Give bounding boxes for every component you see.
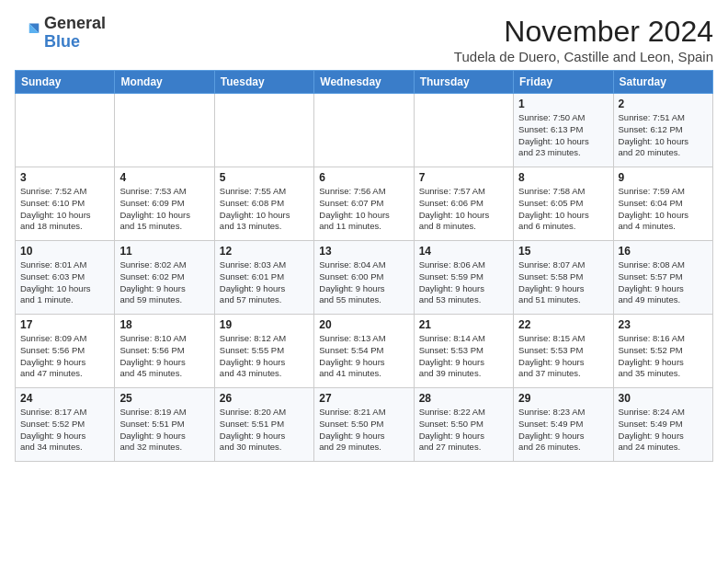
day-info: Sunrise: 8:21 AM Sunset: 5:50 PM Dayligh…: [319, 407, 408, 454]
day-number: 22: [518, 318, 608, 331]
day-number: 26: [220, 392, 309, 405]
calendar-day-cell: 26Sunrise: 8:20 AM Sunset: 5:51 PM Dayli…: [214, 388, 313, 462]
calendar-day-cell: 28Sunrise: 8:22 AM Sunset: 5:50 PM Dayli…: [414, 388, 513, 462]
location-title: Tudela de Duero, Castille and Leon, Spai…: [454, 49, 713, 64]
day-number: 29: [518, 392, 608, 405]
calendar-day-cell: [214, 94, 313, 167]
calendar-day-cell: 8Sunrise: 7:58 AM Sunset: 6:05 PM Daylig…: [514, 167, 613, 241]
calendar-day-cell: 11Sunrise: 8:02 AM Sunset: 6:02 PM Dayli…: [115, 241, 214, 315]
column-header-sunday: Sunday: [16, 71, 115, 94]
calendar-day-cell: 21Sunrise: 8:14 AM Sunset: 5:53 PM Dayli…: [414, 315, 513, 388]
calendar-week-row: 1Sunrise: 7:50 AM Sunset: 6:13 PM Daylig…: [16, 94, 713, 167]
calendar-day-cell: 16Sunrise: 8:08 AM Sunset: 5:57 PM Dayli…: [613, 241, 712, 315]
calendar-day-cell: 25Sunrise: 8:19 AM Sunset: 5:51 PM Dayli…: [115, 388, 214, 462]
day-number: 20: [319, 318, 408, 331]
day-number: 4: [119, 171, 209, 184]
column-header-wednesday: Wednesday: [314, 71, 414, 94]
day-number: 1: [518, 98, 608, 110]
day-number: 11: [119, 245, 209, 258]
day-number: 19: [220, 318, 309, 331]
calendar-day-cell: 17Sunrise: 8:09 AM Sunset: 5:56 PM Dayli…: [16, 315, 115, 388]
day-info: Sunrise: 8:13 AM Sunset: 5:54 PM Dayligh…: [319, 333, 408, 380]
day-number: 2: [619, 98, 708, 110]
calendar-week-row: 17Sunrise: 8:09 AM Sunset: 5:56 PM Dayli…: [16, 315, 713, 388]
day-info: Sunrise: 7:52 AM Sunset: 6:10 PM Dayligh…: [20, 186, 109, 233]
month-title: November 2024: [454, 15, 713, 49]
day-info: Sunrise: 8:06 AM Sunset: 5:59 PM Dayligh…: [419, 259, 508, 306]
calendar-day-cell: 15Sunrise: 8:07 AM Sunset: 5:58 PM Dayli…: [514, 241, 613, 315]
day-info: Sunrise: 8:04 AM Sunset: 6:00 PM Dayligh…: [319, 259, 408, 306]
day-info: Sunrise: 7:58 AM Sunset: 6:05 PM Dayligh…: [518, 186, 608, 233]
day-info: Sunrise: 8:12 AM Sunset: 5:55 PM Dayligh…: [220, 333, 309, 380]
calendar-day-cell: 1Sunrise: 7:50 AM Sunset: 6:13 PM Daylig…: [514, 94, 613, 167]
day-number: 23: [619, 318, 708, 331]
day-info: Sunrise: 7:57 AM Sunset: 6:06 PM Dayligh…: [419, 186, 508, 233]
day-info: Sunrise: 7:55 AM Sunset: 6:08 PM Dayligh…: [220, 186, 309, 233]
day-info: Sunrise: 8:09 AM Sunset: 5:56 PM Dayligh…: [20, 333, 109, 380]
calendar-week-row: 24Sunrise: 8:17 AM Sunset: 5:52 PM Dayli…: [16, 388, 713, 462]
calendar-day-cell: 19Sunrise: 8:12 AM Sunset: 5:55 PM Dayli…: [214, 315, 313, 388]
day-number: 28: [419, 392, 508, 405]
day-info: Sunrise: 8:15 AM Sunset: 5:53 PM Dayligh…: [518, 333, 608, 380]
day-number: 8: [518, 171, 608, 184]
day-number: 7: [419, 171, 508, 184]
day-number: 6: [319, 171, 408, 184]
calendar-day-cell: 13Sunrise: 8:04 AM Sunset: 6:00 PM Dayli…: [314, 241, 414, 315]
calendar-day-cell: 29Sunrise: 8:23 AM Sunset: 5:49 PM Dayli…: [514, 388, 613, 462]
logo-icon: [15, 20, 40, 46]
calendar-day-cell: 5Sunrise: 7:55 AM Sunset: 6:08 PM Daylig…: [214, 167, 313, 241]
calendar-day-cell: 10Sunrise: 8:01 AM Sunset: 6:03 PM Dayli…: [16, 241, 115, 315]
calendar-table: SundayMondayTuesdayWednesdayThursdayFrid…: [15, 70, 713, 462]
day-number: 27: [319, 392, 408, 405]
day-number: 3: [20, 171, 109, 184]
calendar-day-cell: 18Sunrise: 8:10 AM Sunset: 5:56 PM Dayli…: [115, 315, 214, 388]
calendar-day-cell: 12Sunrise: 8:03 AM Sunset: 6:01 PM Dayli…: [214, 241, 313, 315]
logo-text: General Blue: [44, 15, 106, 52]
day-number: 30: [619, 392, 708, 405]
page-header: General Blue November 2024 Tudela de Due…: [15, 15, 713, 64]
calendar-day-cell: 3Sunrise: 7:52 AM Sunset: 6:10 PM Daylig…: [16, 167, 115, 241]
day-info: Sunrise: 8:19 AM Sunset: 5:51 PM Dayligh…: [119, 407, 209, 454]
calendar-week-row: 3Sunrise: 7:52 AM Sunset: 6:10 PM Daylig…: [16, 167, 713, 241]
calendar-day-cell: 24Sunrise: 8:17 AM Sunset: 5:52 PM Dayli…: [16, 388, 115, 462]
calendar-header-row: SundayMondayTuesdayWednesdayThursdayFrid…: [16, 71, 713, 94]
day-info: Sunrise: 7:56 AM Sunset: 6:07 PM Dayligh…: [319, 186, 408, 233]
day-info: Sunrise: 7:53 AM Sunset: 6:09 PM Dayligh…: [119, 186, 209, 233]
day-number: 16: [619, 245, 708, 258]
column-header-monday: Monday: [115, 71, 214, 94]
column-header-saturday: Saturday: [613, 71, 712, 94]
calendar-day-cell: [115, 94, 214, 167]
day-number: 12: [220, 245, 309, 258]
column-header-thursday: Thursday: [414, 71, 513, 94]
day-number: 13: [319, 245, 408, 258]
day-info: Sunrise: 8:02 AM Sunset: 6:02 PM Dayligh…: [119, 259, 209, 306]
calendar-day-cell: 7Sunrise: 7:57 AM Sunset: 6:06 PM Daylig…: [414, 167, 513, 241]
logo: General Blue: [15, 15, 106, 52]
calendar-day-cell: [16, 94, 115, 167]
day-info: Sunrise: 7:59 AM Sunset: 6:04 PM Dayligh…: [619, 186, 708, 233]
day-info: Sunrise: 8:17 AM Sunset: 5:52 PM Dayligh…: [20, 407, 109, 454]
day-number: 17: [20, 318, 109, 331]
calendar-day-cell: 30Sunrise: 8:24 AM Sunset: 5:49 PM Dayli…: [613, 388, 712, 462]
title-area: November 2024 Tudela de Duero, Castille …: [454, 15, 713, 64]
column-header-tuesday: Tuesday: [214, 71, 313, 94]
day-number: 25: [119, 392, 209, 405]
day-info: Sunrise: 8:20 AM Sunset: 5:51 PM Dayligh…: [220, 407, 309, 454]
calendar-body: 1Sunrise: 7:50 AM Sunset: 6:13 PM Daylig…: [16, 94, 713, 462]
calendar-week-row: 10Sunrise: 8:01 AM Sunset: 6:03 PM Dayli…: [16, 241, 713, 315]
day-number: 9: [619, 171, 708, 184]
day-number: 5: [220, 171, 309, 184]
day-info: Sunrise: 8:08 AM Sunset: 5:57 PM Dayligh…: [619, 259, 708, 306]
day-number: 15: [518, 245, 608, 258]
day-info: Sunrise: 8:16 AM Sunset: 5:52 PM Dayligh…: [619, 333, 708, 380]
calendar-day-cell: [414, 94, 513, 167]
day-number: 21: [419, 318, 508, 331]
day-number: 24: [20, 392, 109, 405]
day-info: Sunrise: 8:14 AM Sunset: 5:53 PM Dayligh…: [419, 333, 508, 380]
day-info: Sunrise: 7:51 AM Sunset: 6:12 PM Dayligh…: [619, 112, 708, 159]
calendar-day-cell: 2Sunrise: 7:51 AM Sunset: 6:12 PM Daylig…: [613, 94, 712, 167]
calendar-day-cell: [314, 94, 414, 167]
calendar-day-cell: 22Sunrise: 8:15 AM Sunset: 5:53 PM Dayli…: [514, 315, 613, 388]
calendar-day-cell: 4Sunrise: 7:53 AM Sunset: 6:09 PM Daylig…: [115, 167, 214, 241]
day-number: 10: [20, 245, 109, 258]
